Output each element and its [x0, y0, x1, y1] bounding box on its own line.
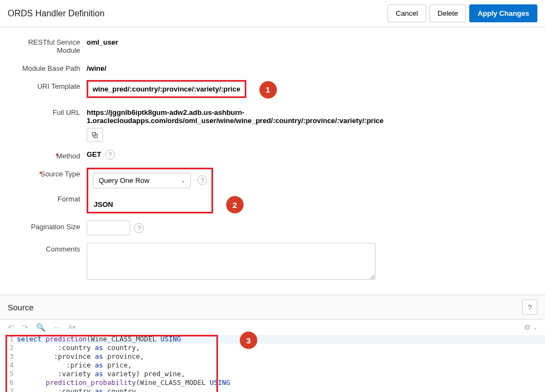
value-comments-wrap — [87, 243, 537, 281]
value-module: oml_user — [87, 36, 537, 46]
callout-2: 2 — [226, 196, 244, 213]
value-method-wrap: GET ? — [87, 150, 537, 160]
label-uri: URI Template — [8, 80, 87, 90]
required-star-icon: * — [39, 170, 42, 178]
row-pagination: Pagination Size ? — [8, 220, 537, 235]
copy-icon — [91, 131, 99, 139]
row-basepath: Module Base Path /wine/ — [8, 62, 537, 72]
redo-icon[interactable]: ↷ — [22, 323, 28, 332]
chevron-down-icon: ⌄ — [533, 324, 537, 330]
sourcetype-select-wrap: Query One Row ⌄ ? — [93, 173, 207, 188]
value-fullurl: https://jggnlb6iptk8gum-adw2.adb.us-ashb… — [87, 106, 537, 125]
value-method: GET — [87, 148, 101, 158]
source-help-button[interactable]: ? — [522, 299, 537, 315]
required-star-icon: * — [56, 152, 58, 160]
pagination-input[interactable] — [87, 220, 130, 235]
gear-icon[interactable]: ⚙ — [524, 323, 531, 332]
line-gutter: 1234567891011 — [0, 335, 17, 392]
callout-1: 1 — [259, 81, 277, 99]
label-comments: Comments — [8, 243, 87, 253]
value-pagination-wrap: ? — [87, 220, 537, 235]
value-basepath: /wine/ — [87, 62, 537, 72]
label-basepath: Module Base Path — [8, 62, 87, 72]
cancel-button[interactable]: Cancel — [387, 4, 426, 22]
page-header: ORDS Handler Definition Cancel Delete Ap… — [0, 0, 545, 27]
value-uri-wrap: wine_pred/:country/:province/:variety/:p… — [87, 80, 537, 99]
format-icon[interactable]: A▾ — [68, 323, 76, 331]
value-uri: wine_pred/:country/:province/:variety/:p… — [93, 85, 240, 93]
help-icon[interactable]: ? — [197, 175, 207, 185]
delete-button[interactable]: Delete — [429, 4, 467, 22]
form-area: RESTful Service Module oml_user Module B… — [0, 27, 545, 295]
search-icon[interactable]: 🔍 — [36, 323, 45, 332]
sourcetype-select[interactable]: Query One Row — [93, 173, 191, 188]
row-comments: Comments — [8, 243, 537, 281]
apply-changes-button[interactable]: Apply Changes — [469, 4, 537, 22]
row-method: * Method GET ? — [8, 150, 537, 160]
code-editor[interactable]: 3 1234567891011 select prediction(Wine_C… — [0, 335, 545, 392]
label-method: * Method — [8, 150, 87, 160]
value-format: JSON — [93, 198, 207, 209]
copy-url-button[interactable] — [87, 128, 103, 142]
callout-3: 3 — [240, 332, 257, 349]
label-module: RESTful Service Module — [8, 36, 87, 54]
label-pagination: Pagination Size — [8, 220, 87, 231]
autocomplete-icon[interactable]: ↔ — [53, 323, 60, 332]
row-fullurl: Full URL https://jggnlb6iptk8gum-adw2.ad… — [8, 106, 537, 142]
value-fullurl-wrap: https://jggnlb6iptk8gum-adw2.adb.us-ashb… — [87, 106, 537, 142]
editor-toolbar: ↶ ↷ 🔍 ↔ A▾ ⚙ ⌄ — [0, 320, 545, 335]
toolbar-right: ⚙ ⌄ — [524, 323, 537, 332]
uri-template-highlight: wine_pred/:country/:province/:variety/:p… — [87, 80, 246, 98]
undo-icon[interactable]: ↶ — [8, 323, 14, 332]
source-header: Source ? — [0, 295, 545, 320]
value-sourcetype-wrap: Query One Row ⌄ ? JSON 2 — [87, 168, 537, 214]
source-title: Source — [8, 303, 34, 312]
row-uri: URI Template wine_pred/:country/:provinc… — [8, 80, 537, 99]
sourcetype-highlight: Query One Row ⌄ ? JSON — [87, 168, 213, 213]
page-title: ORDS Handler Definition — [8, 9, 105, 19]
label-fullurl: Full URL — [8, 106, 87, 117]
row-module: RESTful Service Module oml_user — [8, 36, 537, 54]
label-sourcetype: * Source Type — [8, 168, 87, 178]
row-sourcetype: * Source Type Query One Row ⌄ ? JSON 2 — [8, 168, 537, 214]
help-icon[interactable]: ? — [134, 223, 144, 233]
code-content[interactable]: select prediction(Wine_CLASS_MODEL USING… — [17, 335, 545, 392]
help-icon[interactable]: ? — [105, 150, 115, 160]
comments-input[interactable] — [87, 243, 376, 280]
header-buttons: Cancel Delete Apply Changes — [387, 4, 537, 22]
